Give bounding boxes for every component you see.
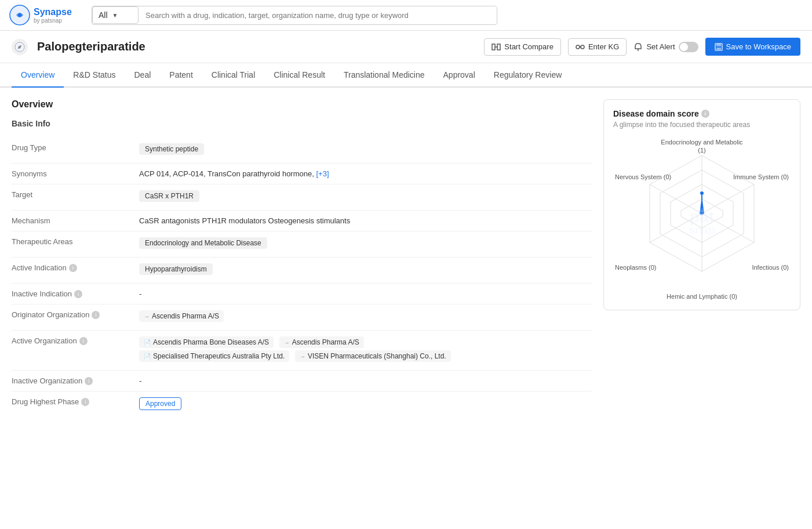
synonyms-value: ACP 014, ACP-014, TransCon parathyroid h… [139,169,592,178]
inactive-org-row: Inactive Organization i - [12,371,592,392]
target-label: Target [12,190,139,199]
disease-domain-title: Disease domain score i [613,109,791,118]
drug-type-row: Drug Type Synthetic peptide [12,137,592,164]
set-alert-area: Set Alert [633,42,698,52]
tab-clinical-trial[interactable]: Clinical Trial [202,63,264,88]
tab-approval[interactable]: Approval [434,63,485,88]
label-top: Endocrinology and Metabolic (1) [658,138,745,155]
disease-domain-info-icon[interactable]: i [701,110,709,118]
active-indication-info-icon[interactable]: i [69,264,77,272]
logo-icon [9,5,30,26]
therapeutic-areas-tag: Endocrinology and Metabolic Disease [139,237,267,249]
tab-translational-medicine[interactable]: Translational Medicine [334,63,434,88]
drug-type-label: Drug Type [12,143,139,152]
svg-point-10 [638,50,639,51]
synonyms-text: ACP 014, ACP-014, TransCon parathyroid h… [139,169,314,178]
radar-svg: pat snap [615,138,789,300]
originator-org-label: Originator Organization i [12,310,139,319]
label-top-left: Nervous System (0) [615,173,671,181]
target-row: Target CaSR x PTH1R [12,184,592,211]
toggle-knob [680,43,688,51]
inactive-indication-info-icon[interactable]: i [74,290,82,298]
mechanism-value: CaSR antagonists PTH1R modulators Osteog… [139,216,592,225]
doc-icon-3: 📄 [144,353,151,360]
disease-domain-subtitle: A glimpse into the focused therapeutic a… [613,121,791,129]
search-input[interactable] [139,6,497,24]
inactive-org-value: - [139,376,592,385]
label-top-right: Immune System (0) [733,173,789,181]
enter-kg-button[interactable]: Enter KG [568,38,627,56]
active-org-tag-2: → Ascendis Pharma A/S [279,336,364,348]
originator-org-row: Originator Organization i → Ascendis Pha… [12,305,592,331]
pencil-icon [14,42,25,52]
main-content: Overview Basic Info Drug Type Synthetic … [0,88,812,427]
basic-info-title: Basic Info [12,119,592,128]
content-right: Disease domain score i A glimpse into th… [603,99,800,416]
set-alert-toggle[interactable] [679,42,698,52]
svg-rect-12 [716,44,721,46]
active-indication-row: Active Indication i Hypoparathyroidism [12,258,592,284]
start-compare-label: Start Compare [504,42,554,51]
doc-icon-1: 📄 [144,339,151,346]
drug-title-bar: Palopegteriparatide Start Compare Enter … [0,31,812,63]
start-compare-button[interactable]: Start Compare [484,38,561,56]
kg-icon [576,42,585,52]
drug-type-value: Synthetic peptide [139,143,592,157]
synonyms-row: Synonyms ACP 014, ACP-014, TransCon para… [12,164,592,184]
info-table: Drug Type Synthetic peptide Synonyms ACP… [12,137,592,416]
top-bar: Synapse by patsnap All ▼ [0,0,812,31]
svg-point-6 [576,45,580,49]
svg-point-1 [18,13,21,17]
active-org-value: 📄 Ascendis Pharma Bone Diseases A/S → As… [139,336,592,364]
disease-domain-card: Disease domain score i A glimpse into th… [603,99,800,310]
label-bottom-right: Infectious (0) [752,263,789,271]
mechanism-row: Mechanism CaSR antagonists PTH1R modulat… [12,211,592,231]
active-org-tag-3: 📄 Specialised Therapeutics Australia Pty… [139,350,289,362]
filter-dropdown[interactable]: All ▼ [92,6,139,24]
tab-overview[interactable]: Overview [12,63,64,88]
mechanism-label: Mechanism [12,216,139,225]
tab-clinical-result[interactable]: Clinical Result [264,63,334,88]
drug-highest-phase-value: Approved [139,397,592,410]
label-bottom: Hemic and Lymphatic (0) [667,292,737,300]
active-indication-label: Active Indication i [12,263,139,272]
search-bar: All ▼ [92,6,497,25]
target-tag: CaSR x PTH1R [139,190,199,202]
active-org-label: Active Organization i [12,336,139,345]
target-value: CaSR x PTH1R [139,190,592,204]
active-org-tag-4: → VISEN Pharmaceuticals (Shanghai) Co., … [295,350,451,362]
inactive-org-info-icon[interactable]: i [85,377,93,385]
synonyms-more-link[interactable]: [+3] [316,169,329,178]
originator-org-info-icon[interactable]: i [92,311,100,319]
tab-rd-status[interactable]: R&D Status [64,63,125,88]
save-workspace-label: Save to Workspace [726,42,791,51]
tab-patent[interactable]: Patent [160,63,202,88]
tab-regulatory-review[interactable]: Regulatory Review [485,63,571,88]
logo-synapse-text: Synapse [34,7,72,17]
active-org-info-icon[interactable]: i [79,337,88,345]
svg-rect-13 [716,48,721,50]
logo-text: Synapse by patsnap [34,7,72,24]
logo-by-text: by patsnap [34,17,72,24]
tab-deal[interactable]: Deal [125,63,161,88]
arrow-icon-2: → [284,339,290,346]
drug-highest-phase-row: Drug Highest Phase i Approved [12,392,592,416]
active-org-row: Active Organization i 📄 Ascendis Pharma … [12,331,592,371]
drug-highest-phase-info-icon[interactable]: i [81,398,89,406]
compare-icon [491,42,501,52]
inactive-indication-label: Inactive Indication i [12,289,139,298]
chevron-down-icon: ▼ [112,12,118,19]
inactive-indication-value: - [139,289,592,298]
radar-chart: pat snap Endocrinology and Metabolic (1)… [615,138,789,300]
alert-icon [633,42,643,52]
originator-org-tag: → Ascendis Pharma A/S [139,310,224,322]
svg-rect-3 [492,44,495,50]
svg-point-7 [581,45,584,49]
filter-label: All [99,10,108,20]
logo: Synapse by patsnap [9,5,85,26]
content-left: Overview Basic Info Drug Type Synthetic … [12,99,592,416]
originator-org-value: → Ascendis Pharma A/S [139,310,592,324]
active-indication-value: Hypoparathyroidism [139,263,592,277]
tabs-bar: Overview R&D Status Deal Patent Clinical… [0,63,812,88]
save-workspace-button[interactable]: Save to Workspace [705,38,800,56]
